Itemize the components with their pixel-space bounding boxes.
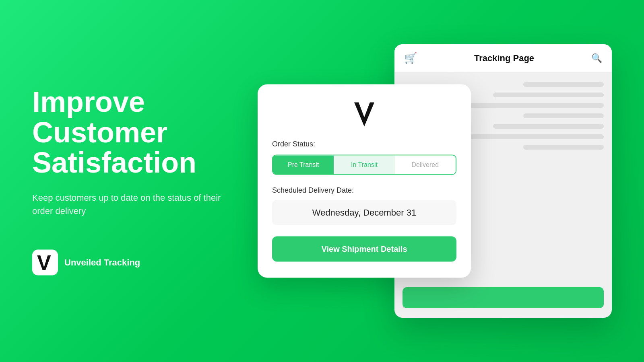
- svg-text:V: V: [37, 251, 51, 274]
- brand-name: Unveiled Tracking: [64, 257, 140, 267]
- headline: Improve Customer Satisfaction: [32, 87, 242, 178]
- subtitle: Keep customers up to date on the status …: [32, 191, 242, 217]
- placeholder-line-2: [493, 93, 604, 97]
- tab-in-transit[interactable]: In Transit: [334, 156, 394, 174]
- tab-delivered[interactable]: Delivered: [395, 156, 456, 174]
- delivery-date-value: Wednesday, December 31: [272, 200, 456, 225]
- order-status-label: Order Status:: [272, 140, 456, 148]
- placeholder-line-3: [463, 103, 604, 108]
- placeholder-line-6: [463, 134, 604, 139]
- placeholder-line-5: [493, 124, 604, 129]
- tab-pre-transit[interactable]: Pre Transit: [273, 156, 334, 174]
- card-v-logo: [352, 101, 376, 129]
- brand-icon: V: [32, 249, 58, 275]
- browser-cart-icon: 🛒: [404, 52, 417, 64]
- delivery-date-label: Scheduled Delivery Date:: [272, 186, 456, 195]
- card-logo: [272, 101, 456, 129]
- brand-badge: V Unveiled Tracking: [32, 249, 242, 275]
- browser-page-title: Tracking Page: [423, 53, 585, 64]
- left-section: Improve Customer Satisfaction Keep custo…: [32, 87, 242, 276]
- brand-v-icon: V: [33, 250, 57, 274]
- browser-header: 🛒 Tracking Page 🔍: [394, 44, 612, 72]
- placeholder-line-1: [523, 82, 604, 87]
- placeholder-line-4: [523, 113, 604, 118]
- tracking-card: Order Status: Pre Transit In Transit Del…: [258, 84, 471, 278]
- view-shipment-button[interactable]: View Shipment Details: [272, 237, 456, 262]
- browser-green-btn: [402, 287, 604, 308]
- status-tabs: Pre Transit In Transit Delivered: [272, 155, 456, 175]
- placeholder-line-7: [523, 145, 604, 150]
- browser-search-icon: 🔍: [591, 53, 602, 64]
